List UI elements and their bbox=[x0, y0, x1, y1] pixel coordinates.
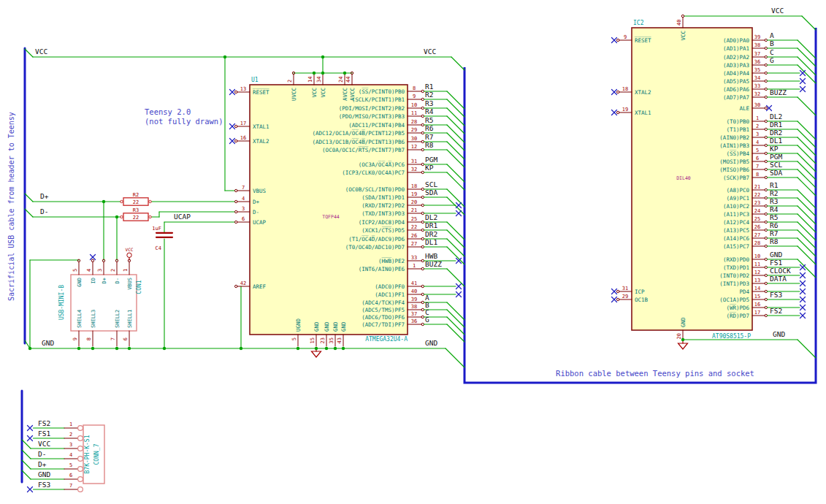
net-label[interactable]: R8 bbox=[425, 141, 434, 149]
net-label[interactable]: FS2 bbox=[38, 419, 50, 427]
net-label[interactable]: A bbox=[770, 31, 774, 39]
net-label[interactable]: R5 bbox=[425, 116, 433, 124]
pin-tip bbox=[235, 200, 237, 202]
net-label[interactable]: R3 bbox=[425, 99, 433, 107]
net-label[interactable]: PGM bbox=[770, 153, 782, 161]
net-label[interactable]: PGM bbox=[425, 156, 437, 164]
net-label[interactable]: D- bbox=[38, 450, 46, 458]
net-label[interactable]: R6 bbox=[770, 221, 779, 229]
ic2-ref[interactable]: IC2 bbox=[633, 20, 644, 26]
pin-name: (R̅D̅)PD7 bbox=[726, 312, 749, 318]
note-sacrificial-cable: Sacrificial USB cable from header to Tee… bbox=[7, 112, 15, 301]
pin-number: 23 bbox=[754, 200, 760, 206]
net-label[interactable]: G bbox=[770, 56, 774, 64]
pin-number: 18 bbox=[411, 183, 417, 189]
net-label[interactable]: GND bbox=[38, 470, 50, 478]
net-label[interactable]: DR1 bbox=[425, 221, 437, 229]
wire bbox=[798, 340, 816, 358]
net-label[interactable]: R2 bbox=[425, 91, 433, 99]
net-label[interactable]: DR2 bbox=[425, 230, 437, 238]
bus-entry bbox=[447, 133, 464, 150]
bus-entry bbox=[798, 214, 816, 232]
net-label[interactable]: BUZZ bbox=[770, 88, 787, 96]
net-label[interactable]: R8 bbox=[770, 237, 779, 245]
junction-dot bbox=[128, 347, 131, 350]
con1-ref[interactable]: CON1 bbox=[136, 280, 142, 294]
net-label[interactable]: SCL bbox=[425, 180, 437, 188]
net-label-vcc[interactable]: VCC bbox=[35, 47, 47, 56]
pin-name: (ICP2/ADC8)PD4 bbox=[359, 219, 405, 226]
net-label-gnd[interactable]: GND bbox=[425, 339, 437, 347]
net-label[interactable]: R4 bbox=[425, 107, 434, 115]
net-label[interactable]: SDA bbox=[770, 169, 782, 177]
net-label[interactable]: FS1 bbox=[770, 259, 782, 267]
net-label[interactable]: BUZZ bbox=[425, 260, 442, 268]
pin-name: (A9)PC1 bbox=[726, 195, 749, 202]
net-label[interactable]: FS1 bbox=[38, 429, 50, 438]
wire bbox=[802, 16, 816, 30]
net-label[interactable]: DATA bbox=[770, 275, 787, 283]
pin-number: 36 bbox=[754, 59, 760, 65]
net-label[interactable]: R3 bbox=[770, 197, 778, 205]
conn7-ref[interactable]: CONN_7 bbox=[93, 443, 100, 465]
net-label[interactable]: C bbox=[770, 48, 774, 56]
pin-number: 1 bbox=[69, 421, 72, 427]
vcc-symbol bbox=[127, 253, 131, 257]
net-label[interactable]: VCC bbox=[38, 440, 50, 448]
net-label[interactable]: R6 bbox=[425, 124, 434, 132]
net-label[interactable]: R5 bbox=[770, 213, 778, 221]
bus-entry bbox=[798, 121, 816, 140]
net-label-gnd[interactable]: GND bbox=[773, 330, 785, 338]
net-label[interactable]: R1 bbox=[770, 181, 779, 189]
net-label[interactable]: G bbox=[425, 316, 429, 324]
pin-number: 3 bbox=[69, 442, 72, 448]
net-label[interactable]: KP bbox=[770, 145, 779, 153]
net-label[interactable]: CLOCK bbox=[770, 267, 791, 275]
net-label-dminus[interactable]: D- bbox=[40, 207, 48, 215]
net-label[interactable]: B bbox=[770, 39, 774, 47]
net-label[interactable]: R7 bbox=[425, 133, 433, 141]
junction-dot bbox=[115, 347, 118, 350]
pin-number: 3 bbox=[97, 269, 103, 272]
pin-name: (ADC7/TDI)PF7 bbox=[362, 321, 405, 328]
net-label[interactable]: DR2 bbox=[770, 129, 782, 137]
net-label[interactable]: FS3 bbox=[38, 481, 50, 489]
pin-name: (AIN1)PB3 bbox=[719, 142, 749, 149]
resistor-r3-ref: R3 bbox=[133, 207, 139, 213]
resistor-r2-ref: R2 bbox=[133, 192, 139, 198]
net-label-ucap[interactable]: UCAP bbox=[174, 213, 191, 221]
pin-tip bbox=[617, 91, 619, 93]
u1-ref[interactable]: U1 bbox=[251, 77, 259, 83]
net-label[interactable]: KP bbox=[425, 164, 434, 172]
net-label[interactable]: SDA bbox=[425, 188, 437, 196]
net-label[interactable]: R1 bbox=[425, 83, 434, 91]
net-label[interactable]: SCL bbox=[770, 161, 782, 169]
net-label[interactable]: DL2 bbox=[770, 112, 782, 121]
pin-number: 44 bbox=[345, 77, 351, 83]
pin-number: 36 bbox=[411, 318, 417, 324]
bus-entry bbox=[798, 230, 816, 248]
net-label-gnd[interactable]: GND bbox=[42, 339, 54, 347]
net-label[interactable]: HWB bbox=[425, 252, 437, 260]
net-label[interactable]: R7 bbox=[770, 229, 778, 237]
net-label[interactable]: DL1 bbox=[425, 238, 437, 246]
pin-number: 32 bbox=[754, 91, 760, 97]
net-label-vcc[interactable]: VCC bbox=[771, 7, 784, 15]
net-label[interactable]: D+ bbox=[38, 460, 47, 468]
net-label[interactable]: R2 bbox=[770, 189, 778, 197]
pin-name: (INT1)PD3 bbox=[719, 280, 749, 287]
pin-number: 31 bbox=[411, 159, 417, 164]
net-label[interactable]: DL1 bbox=[770, 137, 782, 145]
pin-tip bbox=[235, 210, 237, 213]
pin-name: VCC bbox=[680, 31, 687, 41]
net-label-vcc[interactable]: VCC bbox=[424, 47, 436, 56]
net-label[interactable]: FS3 bbox=[770, 291, 782, 299]
net-label-dplus[interactable]: D+ bbox=[40, 192, 49, 200]
net-label[interactable]: R4 bbox=[770, 205, 779, 213]
pin-name: (AD6)PA6 bbox=[723, 86, 750, 93]
net-label[interactable]: DL2 bbox=[425, 213, 437, 221]
net-label[interactable]: DR1 bbox=[770, 121, 782, 129]
net-label[interactable]: FS2 bbox=[770, 307, 782, 315]
pin-name: (PDI/MOSI/PCINT2)PB2 bbox=[339, 105, 405, 112]
net-label[interactable]: GND bbox=[770, 251, 782, 259]
